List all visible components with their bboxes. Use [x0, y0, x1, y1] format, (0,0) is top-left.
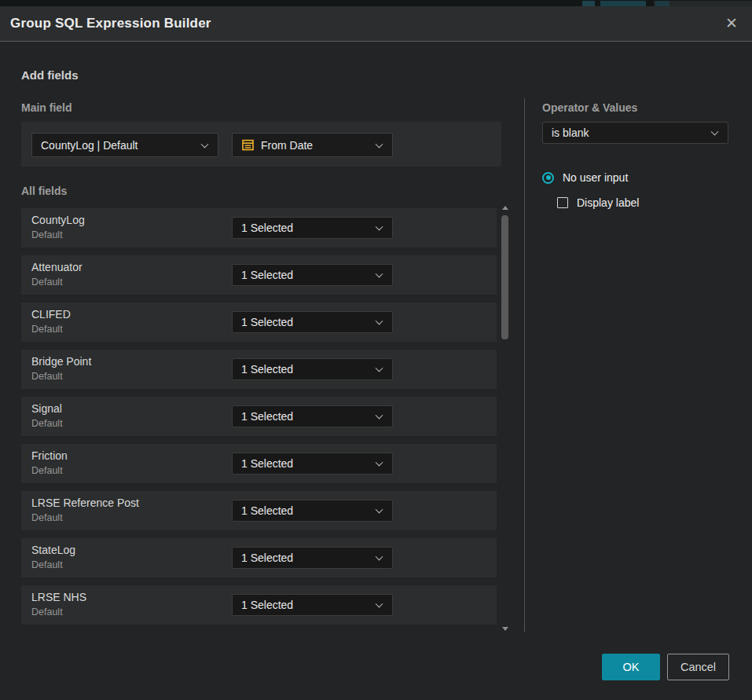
- field-selected-dropdown[interactable]: 1 Selected: [232, 311, 393, 333]
- chevron-down-icon: [376, 365, 383, 372]
- field-sublabel: Default: [31, 229, 63, 240]
- chevron-down-icon: [376, 223, 383, 231]
- ok-button[interactable]: OK: [602, 654, 660, 680]
- field-row: LRSE Reference Post Default 1 Selected: [21, 491, 497, 530]
- field-name: LRSE NHS: [31, 591, 86, 603]
- field-selected-dropdown[interactable]: 1 Selected: [232, 500, 393, 522]
- field-sublabel: Default: [31, 607, 63, 618]
- main-field-panel: CountyLog | Default From Date: [21, 122, 501, 167]
- field-name: Friction: [31, 449, 68, 462]
- chevron-down-icon: [711, 128, 719, 136]
- dialog-title: Group SQL Expression Builder: [10, 16, 211, 31]
- field-selected-value: 1 Selected: [241, 316, 293, 328]
- calendar-icon: [241, 138, 255, 152]
- field-selected-dropdown[interactable]: 1 Selected: [232, 453, 393, 475]
- display-label-label: Display label: [577, 196, 639, 209]
- field-row: Bridge Point Default 1 Selected: [21, 350, 497, 389]
- scrollbar-thumb[interactable]: [501, 215, 508, 339]
- field-select-value: From Date: [261, 139, 313, 152]
- field-selected-dropdown[interactable]: 1 Selected: [232, 358, 393, 380]
- field-name: Signal: [31, 402, 62, 415]
- field-selected-value: 1 Selected: [241, 269, 293, 281]
- radio-selected-icon[interactable]: [542, 172, 554, 184]
- display-label-checkbox[interactable]: Display label: [557, 196, 639, 209]
- chevron-down-icon: [376, 459, 383, 467]
- background-fragment: [655, 1, 669, 6]
- field-selected-value: 1 Selected: [241, 410, 293, 423]
- chevron-down-icon: [376, 270, 383, 278]
- field-selected-value: 1 Selected: [241, 504, 293, 517]
- field-row: CountyLog Default 1 Selected: [21, 208, 497, 247]
- no-user-input-radio[interactable]: No user input: [542, 171, 628, 184]
- cancel-button[interactable]: Cancel: [667, 654, 729, 680]
- close-icon[interactable]: ✕: [721, 13, 742, 34]
- chevron-down-icon: [376, 140, 383, 148]
- field-name: CLIFED: [31, 308, 71, 321]
- chevron-down-icon: [201, 140, 209, 148]
- no-user-input-label: No user input: [563, 171, 628, 184]
- field-sublabel: Default: [31, 277, 63, 288]
- background-fragment: [582, 1, 595, 6]
- field-selected-dropdown[interactable]: 1 Selected: [232, 217, 393, 239]
- field-sublabel: Default: [31, 512, 63, 523]
- field-selected-value: 1 Selected: [241, 552, 293, 564]
- add-fields-heading: Add fields: [21, 68, 79, 82]
- group-sql-expression-builder-dialog: Group SQL Expression Builder ✕ Add field…: [0, 6, 752, 700]
- field-sublabel: Default: [31, 465, 63, 476]
- field-name: Bridge Point: [31, 355, 91, 368]
- field-name: Attenuator: [31, 261, 83, 273]
- checkbox-unchecked-icon[interactable]: [557, 197, 568, 208]
- field-selected-dropdown[interactable]: 1 Selected: [232, 264, 393, 286]
- field-row: Friction Default 1 Selected: [21, 444, 497, 483]
- scroll-up-icon[interactable]: [502, 206, 508, 210]
- field-selected-value: 1 Selected: [241, 599, 293, 611]
- main-field-label: Main field: [21, 101, 72, 114]
- operator-select-value: is blank: [552, 126, 589, 139]
- field-name: LRSE Reference Post: [31, 497, 139, 509]
- field-selected-value: 1 Selected: [241, 457, 293, 470]
- field-selected-value: 1 Selected: [241, 363, 293, 376]
- operator-values-label: Operator & Values: [542, 101, 637, 114]
- layer-select-value: CountyLog | Default: [41, 139, 138, 152]
- chevron-down-icon: [376, 317, 383, 325]
- field-name: StateLog: [31, 544, 75, 556]
- field-sublabel: Default: [31, 324, 63, 335]
- field-row: LRSE NHS Default 1 Selected: [21, 585, 497, 625]
- field-row: StateLog Default 1 Selected: [21, 538, 497, 577]
- field-row: Attenuator Default 1 Selected: [21, 255, 497, 295]
- layer-select-dropdown[interactable]: CountyLog | Default: [31, 133, 218, 157]
- field-sublabel: Default: [31, 418, 63, 429]
- fields-scrollbar[interactable]: [500, 204, 511, 632]
- field-sublabel: Default: [31, 371, 63, 382]
- field-sublabel: Default: [31, 559, 63, 570]
- field-selected-dropdown[interactable]: 1 Selected: [232, 547, 393, 569]
- operator-select-dropdown[interactable]: is blank: [542, 122, 728, 144]
- all-fields-label: All fields: [21, 185, 67, 197]
- vertical-divider: [524, 98, 525, 632]
- field-name: CountyLog: [31, 214, 85, 226]
- field-row: CLIFED Default 1 Selected: [21, 302, 497, 342]
- chevron-down-icon: [376, 553, 383, 561]
- chevron-down-icon: [376, 412, 383, 420]
- chevron-down-icon: [376, 600, 383, 608]
- all-fields-list: CountyLog Default 1 Selected Attenuator …: [21, 208, 497, 632]
- background-app-bar: [0, 0, 752, 6]
- field-selected-dropdown[interactable]: 1 Selected: [232, 594, 393, 616]
- chevron-down-icon: [376, 506, 383, 514]
- field-row: Signal Default 1 Selected: [21, 397, 497, 436]
- dialog-titlebar: Group SQL Expression Builder ✕: [0, 6, 752, 42]
- field-select-dropdown[interactable]: From Date: [232, 133, 393, 157]
- background-fragment: [600, 1, 646, 6]
- field-selected-value: 1 Selected: [241, 222, 293, 234]
- field-selected-dropdown[interactable]: 1 Selected: [232, 405, 393, 427]
- scroll-down-icon[interactable]: [502, 627, 508, 631]
